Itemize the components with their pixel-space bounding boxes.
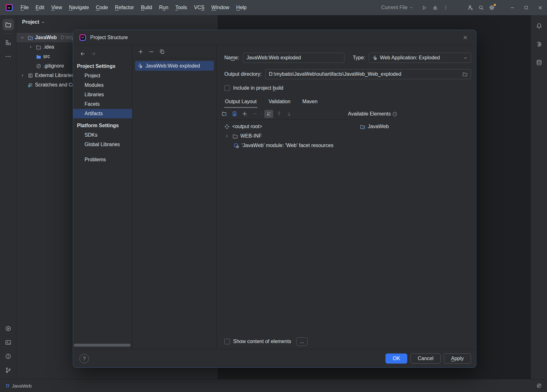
tree-label: External Libraries bbox=[35, 73, 74, 78]
nav-item-libraries[interactable]: Libraries bbox=[73, 90, 132, 99]
debug-button[interactable] bbox=[430, 2, 440, 13]
include-in-build-checkbox[interactable] bbox=[224, 85, 230, 91]
version-control-icon bbox=[5, 367, 11, 373]
copy-artifact-button[interactable] bbox=[158, 48, 167, 56]
tree-row-web-inf[interactable]: WEB-INF bbox=[217, 131, 346, 141]
menu-edit[interactable]: Edit bbox=[32, 3, 48, 12]
services-tool-button[interactable] bbox=[3, 323, 14, 334]
chevron-right-icon[interactable] bbox=[224, 134, 230, 138]
menu-code[interactable]: Code bbox=[92, 3, 111, 12]
output-directory-input[interactable] bbox=[269, 71, 460, 77]
ok-button[interactable]: OK bbox=[385, 353, 407, 364]
menu-view[interactable]: View bbox=[48, 3, 65, 12]
ai-assistant-button[interactable] bbox=[533, 39, 545, 50]
archive-button[interactable] bbox=[230, 110, 239, 118]
menu-help[interactable]: Help bbox=[233, 3, 250, 12]
chevron-right-icon[interactable] bbox=[27, 45, 34, 49]
code-with-me-button[interactable] bbox=[465, 2, 476, 13]
menu-window[interactable]: Window bbox=[208, 3, 233, 12]
artifact-exploded-war-icon bbox=[138, 63, 143, 68]
remove-icon bbox=[149, 49, 154, 54]
maximize-button[interactable] bbox=[519, 0, 533, 15]
nav-item-facets[interactable]: Facets bbox=[73, 99, 132, 109]
scratches-icon bbox=[28, 82, 33, 88]
cancel-button[interactable]: Cancel bbox=[410, 353, 441, 364]
horizontal-scrollbar[interactable] bbox=[74, 344, 131, 347]
folder-icon bbox=[232, 134, 238, 139]
menu-build[interactable]: Build bbox=[138, 3, 156, 12]
sort-alphabetically-button[interactable]: az bbox=[264, 110, 273, 118]
dialog-close-button[interactable] bbox=[460, 33, 470, 43]
show-content-checkbox[interactable] bbox=[224, 339, 230, 344]
close-window-button[interactable] bbox=[533, 0, 547, 15]
project-panel-header[interactable]: Project bbox=[16, 15, 218, 29]
nav-item-sdks[interactable]: SDKs bbox=[73, 130, 132, 140]
artifact-name-input[interactable] bbox=[243, 53, 344, 63]
status-project-widget[interactable]: JavaWeb bbox=[6, 383, 32, 389]
nav-item-project[interactable]: Project bbox=[73, 71, 132, 80]
chevron-down-icon bbox=[409, 6, 413, 9]
menu-navigate[interactable]: Navigate bbox=[66, 3, 92, 12]
new-folder-button[interactable] bbox=[220, 110, 229, 118]
artifact-root-icon bbox=[224, 124, 230, 129]
nav-item-artifacts[interactable]: Artifacts bbox=[73, 109, 132, 118]
move-down-icon bbox=[286, 111, 292, 116]
search-everywhere-button[interactable] bbox=[476, 2, 486, 13]
more-actions-button[interactable] bbox=[440, 2, 451, 13]
back-button[interactable] bbox=[80, 51, 85, 56]
tab-validation[interactable]: Validation bbox=[268, 97, 291, 108]
status-bar: JavaWeb bbox=[0, 379, 547, 392]
content-options-button[interactable]: ... bbox=[296, 337, 308, 346]
version-control-tool-button[interactable] bbox=[3, 365, 14, 376]
help-button[interactable]: ? bbox=[79, 354, 89, 363]
output-layout-toolbar: az bbox=[217, 108, 346, 120]
menu-file[interactable]: File bbox=[17, 3, 32, 12]
more-tool-windows-button[interactable] bbox=[3, 51, 14, 62]
problems-tool-button[interactable] bbox=[3, 351, 14, 362]
tree-row-facet-resources[interactable]: 'JavaWeb' module: 'Web' facet resources bbox=[217, 141, 346, 150]
run-button[interactable] bbox=[419, 2, 430, 13]
menu-tools[interactable]: Tools bbox=[172, 3, 191, 12]
add-element-button[interactable] bbox=[240, 110, 249, 118]
remove-element-button[interactable] bbox=[250, 110, 259, 118]
menu-run[interactable]: Run bbox=[156, 3, 172, 12]
titlebar: IJ File Edit View Navigate Code Refactor… bbox=[0, 0, 547, 15]
artifact-list-item[interactable]: JavaWeb:Web exploded bbox=[135, 61, 214, 71]
database-button[interactable] bbox=[533, 57, 545, 68]
settings-button[interactable] bbox=[486, 2, 497, 13]
nav-item-modules[interactable]: Modules bbox=[73, 80, 132, 90]
run-configuration-selector[interactable]: Current File bbox=[381, 5, 413, 10]
notifications-button[interactable] bbox=[533, 20, 545, 32]
forward-button[interactable] bbox=[91, 51, 96, 56]
move-down-button[interactable] bbox=[285, 110, 293, 118]
chevron-down-icon[interactable] bbox=[19, 36, 26, 39]
help-icon[interactable]: ? bbox=[392, 111, 397, 117]
screen-reader-status[interactable] bbox=[536, 383, 542, 389]
terminal-tool-button[interactable] bbox=[3, 337, 14, 348]
nav-item-problems[interactable]: Problems bbox=[73, 155, 132, 164]
nav-item-global-libraries[interactable]: Global Libraries bbox=[73, 140, 132, 149]
tree-label: .idea bbox=[43, 44, 54, 50]
add-artifact-button[interactable] bbox=[136, 48, 145, 56]
maximize-icon bbox=[524, 5, 528, 10]
menu-vcs[interactable]: VCS bbox=[191, 3, 208, 12]
artifact-type-select[interactable]: Web Application: Exploded bbox=[369, 53, 471, 63]
tab-maven[interactable]: Maven bbox=[302, 97, 318, 108]
project-tool-button[interactable] bbox=[3, 19, 14, 30]
apply-button[interactable]: Apply bbox=[444, 353, 471, 364]
forward-arrow-icon bbox=[91, 51, 96, 56]
type-label: Type: bbox=[353, 55, 365, 61]
tab-output-layout[interactable]: Output Layout bbox=[224, 97, 257, 108]
facet-resources-icon bbox=[234, 143, 239, 148]
structure-tool-button[interactable] bbox=[3, 37, 14, 48]
available-element-javaweb[interactable]: JavaWeb bbox=[346, 122, 476, 131]
browse-folder-icon[interactable] bbox=[462, 72, 468, 77]
tree-row-output-root[interactable]: <output root> bbox=[217, 122, 346, 131]
remove-artifact-button[interactable] bbox=[147, 48, 156, 56]
menu-refactor[interactable]: Refactor bbox=[111, 3, 137, 12]
dialog-header[interactable]: IJ Project Structure bbox=[73, 30, 476, 45]
move-up-button[interactable] bbox=[274, 110, 283, 118]
chevron-right-icon[interactable] bbox=[19, 74, 26, 77]
minimize-button[interactable] bbox=[505, 0, 519, 15]
dialog-footer: ? OK Cancel Apply bbox=[73, 349, 476, 367]
